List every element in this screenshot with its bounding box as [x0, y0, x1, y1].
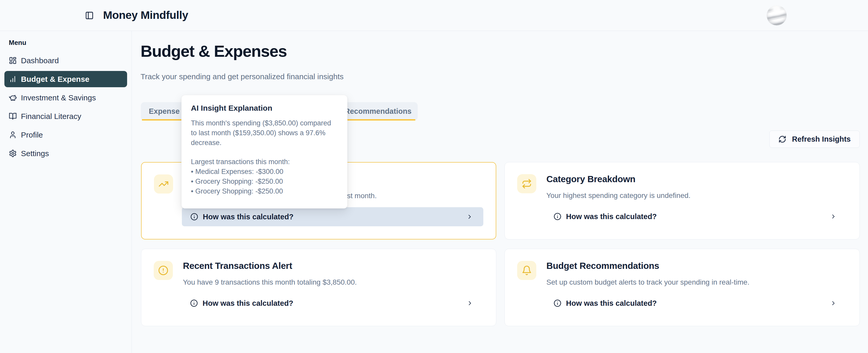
card-title: Category Breakdown: [547, 174, 636, 184]
sidebar-toggle-button[interactable]: [83, 9, 96, 22]
app-header: Money Mindfully: [0, 0, 868, 31]
info-icon: [190, 213, 198, 221]
insight-card-recent-transactions: Recent Transactions Alert You have 9 tra…: [141, 249, 496, 326]
sidebar-item-label: Dashboard: [21, 56, 59, 65]
how-calculated-button[interactable]: How was this calculated?: [182, 294, 484, 313]
how-calculated-button[interactable]: How was this calculated?: [182, 207, 483, 226]
sidebar-item-investment-savings[interactable]: Investment & Savings: [4, 90, 127, 106]
sidebar-item-financial-literacy[interactable]: Financial Literacy: [4, 108, 127, 125]
info-icon: [190, 299, 198, 307]
how-calculated-label: How was this calculated?: [203, 299, 293, 308]
sidebar-item-budget-expense[interactable]: Budget & Expense: [4, 71, 127, 87]
tooltip-title: AI Insight Explanation: [191, 104, 338, 112]
sidebar-item-profile[interactable]: Profile: [4, 127, 127, 143]
info-icon: [554, 299, 561, 307]
card-description: Your highest spending category is undefi…: [547, 191, 847, 200]
chevron-right-icon: [466, 213, 473, 220]
chevron-right-icon: [467, 300, 473, 307]
how-calculated-button[interactable]: How was this calculated?: [545, 294, 847, 313]
trending-up-icon: [154, 174, 173, 193]
how-calculated-label: How was this calculated?: [566, 299, 657, 308]
sidebar-item-label: Budget & Expense: [21, 75, 89, 83]
card-title: Recent Transactions Alert: [183, 260, 292, 271]
insight-card-budget-recommendations: Budget Recommendations Set up custom bud…: [504, 249, 860, 326]
chevron-right-icon: [830, 300, 837, 307]
sidebar-item-settings[interactable]: Settings: [4, 145, 127, 162]
piggy-bank-icon: [9, 94, 17, 102]
bell-icon: [517, 261, 536, 280]
dashboard-icon: [9, 57, 17, 65]
insight-card-category-breakdown: Category Breakdown Your highest spending…: [504, 162, 860, 240]
ai-insight-tooltip: AI Insight Explanation This month's spen…: [181, 95, 347, 209]
sidebar-menu-label: Menu: [9, 39, 131, 47]
page-subtitle: Track your spending and get personalized…: [141, 72, 344, 81]
alert-circle-icon: [154, 261, 173, 280]
repeat-icon: [517, 174, 536, 193]
sidebar-item-label: Financial Literacy: [21, 112, 81, 121]
page-title: Budget & Expenses: [141, 42, 287, 60]
sidebar-item-dashboard[interactable]: Dashboard: [4, 52, 127, 69]
sidebar: Menu Dashboard Budget & Expense Investme…: [0, 31, 132, 353]
card-title: Budget Recommendations: [547, 260, 659, 271]
avatar[interactable]: [767, 5, 786, 25]
sidebar-item-label: Settings: [21, 149, 49, 158]
app-title: Money Mindfully: [103, 8, 188, 21]
sidebar-nav: Dashboard Budget & Expense Investment & …: [0, 47, 131, 162]
how-calculated-label: How was this calculated?: [566, 212, 657, 221]
bar-chart-icon: [9, 75, 17, 83]
card-description: Set up custom budget alerts to track you…: [547, 278, 847, 286]
chevron-right-icon: [830, 213, 837, 220]
info-icon: [554, 213, 561, 220]
sidebar-item-label: Profile: [21, 131, 43, 139]
refresh-insights-button[interactable]: Refresh Insights: [769, 131, 860, 148]
how-calculated-button[interactable]: How was this calculated?: [545, 207, 847, 226]
gear-icon: [9, 149, 17, 157]
user-icon: [9, 131, 17, 139]
tooltip-body: This month's spending ($3,850.00) compar…: [191, 118, 338, 148]
refresh-icon: [778, 135, 786, 143]
refresh-insights-label: Refresh Insights: [792, 135, 851, 143]
sidebar-item-label: Investment & Savings: [21, 94, 96, 102]
card-description: You have 9 transactions this month total…: [183, 278, 484, 286]
how-calculated-label: How was this calculated?: [203, 213, 293, 221]
book-open-icon: [9, 112, 17, 120]
tooltip-transactions: Largest transactions this month: • Medic…: [191, 157, 338, 196]
panel-left-icon: [85, 11, 94, 20]
